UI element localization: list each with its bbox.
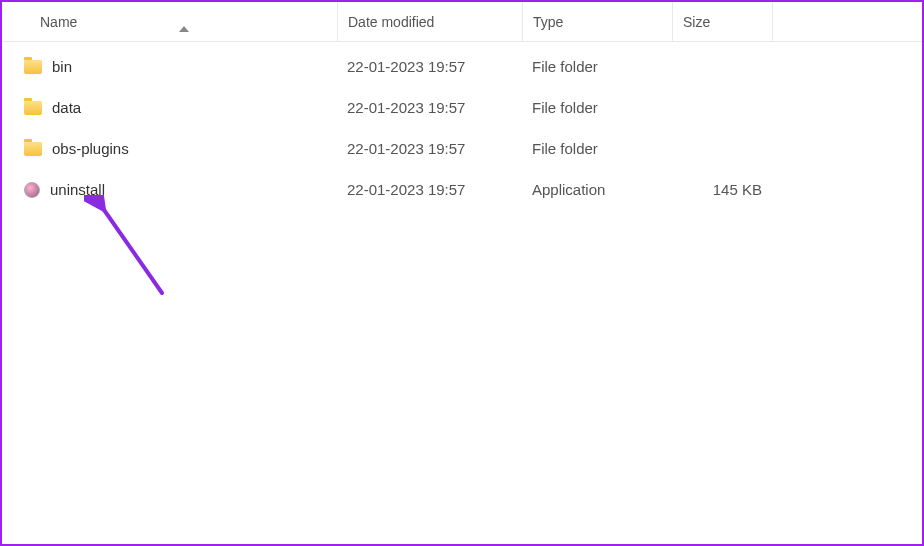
file-name: uninstall (50, 181, 105, 198)
file-date: 22-01-2023 19:57 (337, 99, 522, 116)
column-header-date[interactable]: Date modified (337, 2, 522, 41)
file-date: 22-01-2023 19:57 (337, 58, 522, 75)
column-header-type-label: Type (533, 14, 563, 30)
column-header-row: Name Date modified Type Size (2, 2, 922, 42)
list-item[interactable]: bin 22-01-2023 19:57 File folder (2, 46, 922, 87)
arrow-annotation-icon (84, 195, 174, 305)
column-header-size-label: Size (683, 14, 710, 30)
file-type: Application (522, 181, 672, 198)
column-header-type[interactable]: Type (522, 2, 672, 41)
column-header-date-label: Date modified (348, 14, 434, 30)
column-header-name-label: Name (40, 14, 77, 30)
file-type: File folder (522, 99, 672, 116)
file-date: 22-01-2023 19:57 (337, 140, 522, 157)
application-icon (24, 182, 40, 198)
folder-icon (24, 60, 42, 74)
folder-icon (24, 142, 42, 156)
file-type: File folder (522, 58, 672, 75)
column-header-end (772, 2, 922, 41)
list-item[interactable]: obs-plugins 22-01-2023 19:57 File folder (2, 128, 922, 169)
file-date: 22-01-2023 19:57 (337, 181, 522, 198)
folder-icon (24, 101, 42, 115)
file-name: data (52, 99, 81, 116)
list-item[interactable]: uninstall 22-01-2023 19:57 Application 1… (2, 169, 922, 210)
column-header-name[interactable]: Name (2, 14, 337, 30)
file-name: obs-plugins (52, 140, 129, 157)
column-header-size[interactable]: Size (672, 2, 772, 41)
svg-line-0 (102, 207, 162, 293)
file-size: 145 KB (672, 181, 772, 198)
file-name: bin (52, 58, 72, 75)
list-item[interactable]: data 22-01-2023 19:57 File folder (2, 87, 922, 128)
file-type: File folder (522, 140, 672, 157)
file-list: bin 22-01-2023 19:57 File folder data 22… (2, 42, 922, 210)
sort-ascending-icon (179, 26, 189, 32)
